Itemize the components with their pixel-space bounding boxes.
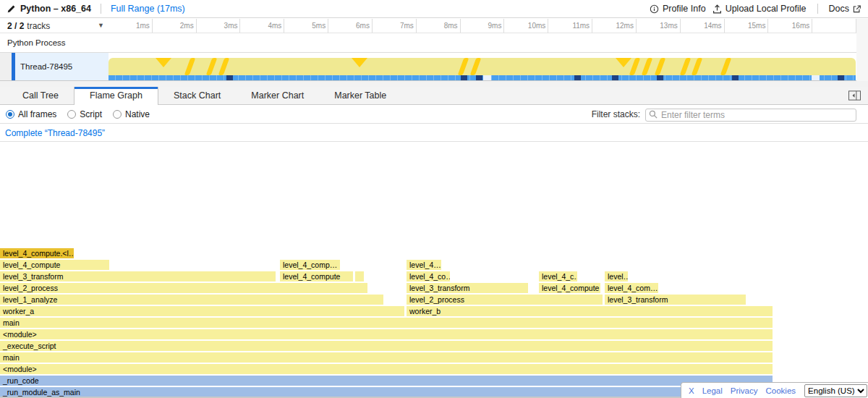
profile-title: Python – x86_64 [20, 4, 91, 14]
flame-frame-level-2-process[interactable]: level_2_process [0, 283, 367, 293]
search-icon [649, 110, 658, 119]
info-icon [650, 4, 659, 14]
ruler-tick: 15ms [725, 19, 769, 33]
profile-info-button[interactable]: Profile Info [650, 4, 706, 14]
flame-frame-level-4-comp[interactable]: level_4_comp… [280, 260, 340, 270]
ruler-tick [812, 19, 856, 33]
radio-button-icon [67, 110, 76, 119]
tracks-count-dropdown[interactable]: 2 / 2 tracks ▼ [0, 19, 109, 33]
footer-link-legal[interactable]: Legal [702, 386, 723, 395]
marker-triangle-icon [352, 58, 367, 67]
marker-triangle-icon [616, 58, 631, 67]
tracks-word: tracks [27, 21, 50, 31]
flame-graph[interactable]: level_4_compute.<l…level_4_computelevel_… [0, 142, 868, 398]
cpu-busy-segment [612, 75, 618, 80]
tab-marker-chart[interactable]: Marker Chart [236, 87, 319, 104]
view-toolbar: All framesScriptNative Filter stacks: [0, 106, 868, 124]
flame-frame-level-2-process[interactable]: level_2_process [407, 295, 603, 305]
flame-frame-level-4-compute[interactable]: level_4_compute [280, 271, 353, 281]
tab-flame-graph[interactable]: Flame Graph [74, 87, 158, 105]
flame-frame-level-3-transform[interactable]: level_3_transform [407, 283, 528, 293]
docs-link[interactable]: Docs [829, 4, 861, 14]
radio-label: All frames [18, 109, 56, 119]
tracks-right-gutter [856, 19, 868, 81]
flame-frame-level-4-c[interactable]: level_4_c… [539, 271, 577, 281]
ruler-tick: 14ms [681, 19, 725, 33]
sidebar-toggle-icon[interactable] [848, 90, 861, 103]
cpu-busy-segment [838, 75, 844, 80]
ruler-tick: 12ms [592, 19, 637, 33]
radio-label: Native [125, 109, 150, 119]
breadcrumb[interactable]: Complete “Thread-78495” [5, 128, 105, 138]
footer-link-cookies[interactable]: Cookies [766, 386, 796, 395]
tab-call-tree[interactable]: Call Tree [7, 87, 74, 104]
radio-button-icon [6, 110, 14, 119]
ruler-tick: 4ms [240, 19, 284, 33]
section-gap [0, 81, 868, 87]
cpu-idle-segment [812, 75, 820, 80]
flame-frame-run-module-as-main[interactable]: _run_module_as_main [0, 387, 773, 397]
timeline-ruler[interactable]: 1ms2ms3ms4ms5ms6ms7ms8ms9ms10ms11ms12ms1… [109, 19, 856, 33]
filter-stacks-label: Filter stacks: [592, 109, 640, 119]
flame-frame-level-3-transform[interactable]: level_3_transform [0, 271, 276, 281]
flame-frame-main[interactable]: main [0, 352, 773, 363]
flame-frame-level[interactable]: level… [605, 271, 628, 281]
flame-frame-level-1-analyze[interactable]: level_1_analyze [0, 295, 383, 305]
full-range-link[interactable]: Full Range (17ms) [111, 4, 185, 14]
flame-frame-module[interactable]: <module> [0, 329, 773, 339]
radio-native[interactable]: Native [113, 109, 150, 119]
cpu-busy-segment [657, 75, 663, 80]
cpu-busy-segment [226, 75, 233, 80]
footer-links: XLegalPrivacyCookies [689, 386, 796, 395]
ruler-tick: 9ms [461, 19, 505, 33]
flame-frame-unnamed[interactable] [355, 271, 364, 281]
radio-script[interactable]: Script [67, 109, 102, 119]
flame-frame-level-3-transform[interactable]: level_3_transform [605, 295, 746, 305]
cpu-busy-segment [732, 75, 739, 80]
tracks-count: 2 / 2 [7, 21, 24, 31]
thread-track-label[interactable]: Thread-78495 [15, 53, 109, 80]
flame-frame-level-4-co[interactable]: level_4_co… [407, 271, 450, 281]
cpu-idle-segment [483, 75, 491, 80]
edit-pencil-icon[interactable] [7, 5, 15, 13]
frame-filter-radios: All framesScriptNative [6, 109, 150, 119]
process-track[interactable]: Python Process [0, 33, 856, 53]
filter-stacks-input[interactable] [645, 109, 856, 122]
radio-label: Script [80, 109, 102, 119]
cpu-busy-segment [574, 75, 581, 80]
upload-profile-button[interactable]: Upload Local Profile [712, 4, 807, 14]
chevron-down-icon: ▼ [98, 22, 104, 29]
flame-frame-execute-script[interactable]: _execute_script [0, 341, 773, 351]
tab-stack-chart[interactable]: Stack Chart [158, 87, 236, 104]
flame-frame-worker-a[interactable]: worker_a [0, 306, 404, 316]
flame-frame-level-4-compute-l[interactable]: level_4_compute.<l… [0, 248, 74, 258]
flame-frame-module[interactable]: <module> [0, 364, 773, 374]
flame-frame-level-4-compute[interactable]: level_4_compute [539, 283, 600, 293]
thread-track-gutter [0, 53, 12, 80]
ruler-tick: 3ms [197, 19, 241, 33]
header-divider [817, 4, 818, 14]
radio-button-icon [113, 110, 122, 119]
thread-activity-graph[interactable] [109, 53, 856, 80]
flame-frame-run-code[interactable]: _run_code [0, 376, 773, 386]
external-link-icon [853, 5, 861, 13]
upload-icon [712, 4, 722, 14]
thread-track[interactable]: Thread-78495 [0, 53, 856, 81]
radio-all-frames[interactable]: All frames [6, 109, 56, 119]
legal-footer: XLegalPrivacyCookies English (US) [681, 382, 868, 398]
panel-tab-bar: Call TreeFlame GraphStack ChartMarker Ch… [0, 87, 868, 105]
flame-frame-level-4[interactable]: level_4… [407, 260, 441, 270]
flame-frame-main[interactable]: main [0, 318, 773, 328]
footer-link-privacy[interactable]: Privacy [731, 386, 758, 395]
tab-marker-table[interactable]: Marker Table [319, 87, 401, 104]
app-header: Python – x86_64 Full Range (17ms) Profil… [0, 0, 868, 18]
ruler-tick: 5ms [284, 19, 328, 33]
footer-link-x[interactable]: X [689, 386, 694, 395]
timeline-header: 2 / 2 tracks ▼ 1ms2ms3ms4ms5ms6ms7ms8ms9… [0, 19, 856, 33]
flame-frame-worker-b[interactable]: worker_b [407, 306, 773, 316]
flame-frame-level-4-compute[interactable]: level_4_compute [0, 260, 109, 270]
language-select[interactable]: English (US) [804, 384, 867, 397]
flame-frame-level-4-com[interactable]: level_4_com… [605, 283, 658, 293]
ruler-tick: 6ms [328, 19, 373, 33]
ruler-tick: 13ms [637, 19, 681, 33]
